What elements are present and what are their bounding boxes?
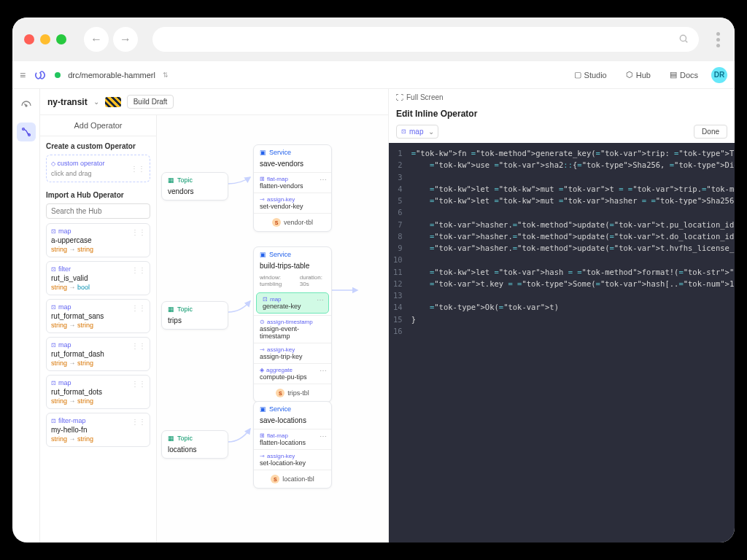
drag-handle-icon[interactable]: ⋮⋮ bbox=[131, 342, 146, 350]
drag-handle-icon[interactable]: ⋮⋮ bbox=[131, 266, 146, 274]
app-header: ≡ drc/memorable-hammerl ⇅ ▢Studio ⬡Hub ▤… bbox=[12, 61, 735, 89]
breadcrumb-chevron-icon[interactable]: ⇅ bbox=[163, 71, 169, 79]
nav-forward[interactable]: → bbox=[113, 27, 138, 52]
drag-handle-icon[interactable]: ⋮⋮ bbox=[131, 304, 146, 312]
svg-line-3 bbox=[24, 104, 26, 106]
drag-handle-icon[interactable]: ⋮⋮ bbox=[131, 165, 145, 173]
hub-op-rut_format_sans[interactable]: ⊡ map rut_format_sans string → string ⋮⋮ bbox=[46, 299, 150, 333]
more-icon[interactable]: ⋯ bbox=[320, 432, 327, 440]
hub-op-rut_is_valid[interactable]: ⊡ filter rut_is_valid string → bool ⋮⋮ bbox=[46, 261, 150, 295]
nav-hub[interactable]: ⬡Hub bbox=[620, 67, 657, 82]
hub-op-a-uppercase[interactable]: ⊡ map a-uppercase string → string ⋮⋮ bbox=[46, 223, 150, 257]
editor-panel: ⛶Full Screen Edit Inline Operator ⊡map D… bbox=[388, 89, 735, 542]
service-node-save-locations[interactable]: ▣Service save-locations ⊞flat-mapflatten… bbox=[253, 401, 332, 489]
nav-studio[interactable]: ▢Studio bbox=[568, 67, 613, 82]
code-editor[interactable]: 1 2 3 4 5 6 7 8 9 10 11 12 13 14 15 16 =… bbox=[389, 143, 735, 542]
fullscreen-icon: ⛶ bbox=[396, 93, 403, 101]
svg-point-0 bbox=[680, 35, 686, 41]
browser-chrome: ← → bbox=[12, 18, 735, 61]
sidebar-title: Add Operator bbox=[40, 115, 156, 136]
topic-icon: ▦ bbox=[168, 435, 174, 442]
hub-search-input[interactable] bbox=[46, 203, 150, 219]
project-name: ny-transit bbox=[47, 97, 88, 107]
topic-icon: ▦ bbox=[168, 176, 174, 184]
nav-docs[interactable]: ▤Docs bbox=[664, 67, 704, 82]
op-compute-pu-tips[interactable]: ◈aggregatecompute-pu-tips⋯ bbox=[254, 363, 331, 384]
minimize-window[interactable] bbox=[40, 34, 50, 44]
more-icon[interactable]: ⋯ bbox=[320, 176, 327, 184]
map-icon: ⊡ bbox=[401, 128, 406, 135]
done-button[interactable]: Done bbox=[694, 125, 727, 139]
editor-title: Edit Inline Operator bbox=[389, 106, 735, 125]
drag-handle-icon[interactable]: ⋮⋮ bbox=[131, 380, 146, 388]
op-flatten-locations[interactable]: ⊞flat-mapflatten-locations⋯ bbox=[254, 429, 331, 449]
topic-icon: ▦ bbox=[168, 306, 174, 313]
sink-location-tbl: Slocation-tbl bbox=[254, 470, 331, 488]
op-set-vendor-key[interactable]: ⊸assign-keyset-vendor-key bbox=[254, 192, 331, 213]
hub-op-rut_format_dots[interactable]: ⊡ map rut_format_dots string → string ⋮⋮ bbox=[46, 375, 150, 409]
menu-icon[interactable]: ≡ bbox=[20, 69, 26, 81]
fullscreen-button[interactable]: ⛶Full Screen bbox=[389, 89, 735, 106]
op-generate-key[interactable]: ⊡mapgenerate-key⋯ bbox=[256, 292, 329, 314]
more-icon[interactable]: ⋯ bbox=[317, 296, 324, 304]
drag-handle-icon[interactable]: ⋮⋮ bbox=[131, 418, 146, 426]
custom-section-label: Create a custom Operator bbox=[46, 142, 150, 150]
service-node-build-trips-table[interactable]: ▣Service build-trips-table window: tumbl… bbox=[253, 246, 332, 402]
hub-op-my-hello-fn[interactable]: ⊡ filter-map my-hello-fn string → string… bbox=[46, 413, 150, 447]
rail-graph-icon[interactable] bbox=[17, 122, 36, 141]
op-assign-event-timestamp[interactable]: ⊙assign-timestampassign-event-timestamp bbox=[254, 315, 331, 343]
docs-icon: ▤ bbox=[670, 70, 677, 79]
left-rail bbox=[12, 89, 40, 542]
search-icon bbox=[678, 34, 689, 46]
custom-op-icon: ◇ bbox=[51, 160, 55, 167]
service-icon: ▣ bbox=[260, 405, 266, 413]
line-numbers: 1 2 3 4 5 6 7 8 9 10 11 12 13 14 15 16 bbox=[389, 143, 409, 542]
hub-section-label: Import a Hub Operator bbox=[46, 191, 150, 199]
topic-node-trips[interactable]: ▦Topic trips bbox=[161, 301, 228, 330]
hub-op-rut_format_dash[interactable]: ⊡ map rut_format_dash string → string ⋮⋮ bbox=[46, 337, 150, 371]
more-icon[interactable]: ⋯ bbox=[320, 367, 327, 375]
studio-icon: ▢ bbox=[574, 70, 581, 79]
nav-back[interactable]: ← bbox=[84, 27, 109, 52]
custom-operator-draggable[interactable]: ◇ custom operator click and drag ⋮⋮ bbox=[46, 155, 150, 182]
canvas-header: ny-transit ⌄ Build Draft bbox=[40, 89, 388, 115]
build-draft-button[interactable]: Build Draft bbox=[127, 95, 174, 109]
app-logo[interactable] bbox=[33, 68, 47, 82]
code-content[interactable]: ="tok-kw">fn ="tok-method">generate_key(… bbox=[409, 143, 735, 542]
status-indicator bbox=[55, 72, 61, 78]
topic-node-locations[interactable]: ▦Topic locations bbox=[161, 430, 228, 459]
project-dropdown-icon[interactable]: ⌄ bbox=[93, 98, 99, 106]
traffic-lights bbox=[24, 34, 66, 44]
maximize-window[interactable] bbox=[56, 34, 66, 44]
service-icon: ▣ bbox=[260, 251, 266, 258]
service-node-save-vendors[interactable]: ▣Service save-vendors ⊞flat-mapflatten-v… bbox=[253, 144, 332, 232]
sink-vendor-tbl: Svendor-tbl bbox=[254, 213, 331, 231]
op-set-location-key[interactable]: ⊸assign-keyset-location-key bbox=[254, 449, 331, 470]
operator-sidebar: Add Operator Create a custom Operator ◇ … bbox=[40, 115, 157, 542]
drag-handle-icon[interactable]: ⋮⋮ bbox=[131, 228, 146, 236]
avatar[interactable]: DR bbox=[711, 67, 727, 83]
sink-trips-tbl: Strips-tbl bbox=[254, 384, 331, 402]
hub-icon: ⬡ bbox=[626, 70, 633, 79]
svg-point-4 bbox=[22, 128, 24, 131]
breadcrumb[interactable]: drc/memorable-hammerl bbox=[68, 71, 155, 79]
operator-type-select[interactable]: ⊡map bbox=[396, 125, 438, 139]
op-assign-trip-key[interactable]: ⊸assign-keyassign-trip-key bbox=[254, 343, 331, 363]
browser-menu[interactable] bbox=[713, 32, 723, 47]
service-icon: ▣ bbox=[260, 149, 266, 156]
graph-canvas[interactable]: ▦Topic vendors ▦Topic trips ▦Topic locat… bbox=[157, 115, 388, 542]
svg-line-1 bbox=[686, 40, 688, 42]
close-window[interactable] bbox=[24, 34, 34, 44]
rail-dashboard-icon[interactable] bbox=[17, 96, 36, 115]
draft-badge bbox=[105, 97, 121, 107]
url-bar[interactable] bbox=[152, 27, 699, 52]
topic-node-vendors[interactable]: ▦Topic vendors bbox=[161, 172, 228, 201]
op-flatten-vendors[interactable]: ⊞flat-mapflatten-vendors⋯ bbox=[254, 172, 331, 192]
